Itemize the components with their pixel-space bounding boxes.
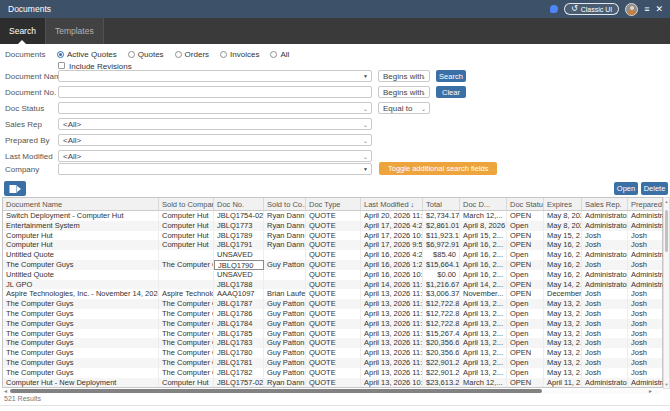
- table-cell[interactable]: QUOTE: [306, 338, 361, 348]
- table-cell[interactable]: Guy Patton: [264, 368, 306, 378]
- table-cell[interactable]: Josh: [628, 240, 664, 250]
- column-header[interactable]: Document Name: [3, 198, 159, 210]
- tab-templates[interactable]: Templates: [46, 18, 104, 44]
- table-cell[interactable]: QUOTE: [306, 270, 361, 280]
- table-cell[interactable]: UNSAVED: [214, 270, 264, 280]
- table-row[interactable]: Untitled QuoteUNSAVEDQUOTEApril 16, 2026…: [3, 270, 662, 280]
- table-cell[interactable]: JBLQ1786: [214, 309, 264, 319]
- table-cell[interactable]: QUOTE: [306, 280, 361, 290]
- table-cell[interactable]: JBLQ1784: [214, 319, 264, 329]
- table-cell[interactable]: QUOTE: [306, 319, 361, 329]
- table-cell[interactable]: April 14, 2...: [460, 280, 507, 290]
- table-cell[interactable]: The Computer Guys: [159, 309, 214, 319]
- table-cell[interactable]: $12,722.89: [423, 319, 460, 329]
- column-header[interactable]: Doc Status: [507, 198, 544, 210]
- table-cell[interactable]: April 16, 2026 4:26 PM: [361, 250, 423, 260]
- table-cell[interactable]: May 13, 2...: [544, 329, 582, 339]
- table-cell[interactable]: The Computer Guys: [3, 338, 159, 348]
- column-header[interactable]: Prepared By: [628, 198, 664, 210]
- table-cell[interactable]: Guy Patton: [264, 260, 306, 270]
- table-cell[interactable]: May 13, 2...: [544, 348, 582, 358]
- table-cell[interactable]: April 13, 2026 11:17 AM: [361, 338, 423, 348]
- table-row[interactable]: The Computer GuysThe Computer GuysJBLQ17…: [3, 309, 662, 319]
- column-header[interactable]: Doc Type: [306, 198, 361, 210]
- column-header[interactable]: Expires: [544, 198, 582, 210]
- table-cell[interactable]: The Computer Guys: [3, 348, 159, 358]
- table-cell[interactable]: QUOTE: [306, 348, 361, 358]
- table-cell[interactable]: Computer Hut: [159, 240, 214, 250]
- user-avatar[interactable]: [625, 3, 638, 16]
- table-cell[interactable]: April 16, 2026 10:09 AM: [361, 270, 423, 280]
- delete-button[interactable]: Delete: [641, 182, 668, 195]
- table-cell[interactable]: Administrator: [628, 250, 664, 260]
- table-cell[interactable]: Administrator: [628, 211, 664, 221]
- table-cell[interactable]: April 20, 2026 11:07 AM: [361, 211, 423, 221]
- table-cell[interactable]: May 8, 2026: [544, 211, 582, 221]
- table-cell[interactable]: $2,734.17: [423, 211, 460, 221]
- sales-rep-select[interactable]: <All> ⌄: [58, 118, 372, 130]
- table-cell[interactable]: Guy Patton: [264, 319, 306, 329]
- table-cell[interactable]: JBLQ1754-02: [214, 211, 264, 221]
- table-cell[interactable]: April 13, 2...: [460, 358, 507, 368]
- table-cell[interactable]: JBLQ1785: [214, 329, 264, 339]
- table-cell[interactable]: Computer Hut: [159, 211, 214, 221]
- table-cell[interactable]: Josh: [628, 299, 664, 309]
- table-cell[interactable]: Josh: [628, 231, 664, 241]
- classic-ui-button[interactable]: ↺ Classic UI: [564, 3, 619, 15]
- table-cell[interactable]: $11,923.15: [423, 231, 460, 241]
- table-cell[interactable]: $0.00: [423, 270, 460, 280]
- table-cell[interactable]: JBLQ1789: [214, 231, 264, 241]
- table-cell[interactable]: May 13, 2...: [544, 319, 582, 329]
- table-cell[interactable]: Administrator: [582, 250, 628, 260]
- table-row[interactable]: The Computer GuysThe Computer GuysJBLQ17…: [3, 338, 662, 348]
- table-cell[interactable]: OPEN: [507, 289, 544, 299]
- table-cell[interactable]: April 13, 2...: [460, 309, 507, 319]
- tab-search[interactable]: Search: [0, 18, 46, 44]
- table-row[interactable]: The Computer GuysThe Computer GuysJBLQ17…: [3, 368, 662, 378]
- table-cell[interactable]: Computer Hut: [159, 231, 214, 241]
- column-header[interactable]: Doc D...: [460, 198, 507, 210]
- table-cell[interactable]: May 16, 2...: [544, 270, 582, 280]
- table-cell[interactable]: $15,664.10: [423, 260, 460, 270]
- table-cell[interactable]: $12,722.89: [423, 299, 460, 309]
- table-cell[interactable]: April 17, 2026 9:52 AM: [361, 240, 423, 250]
- table-cell[interactable]: QUOTE: [306, 329, 361, 339]
- column-header[interactable]: Total: [423, 198, 460, 210]
- table-cell[interactable]: OPEN: [507, 260, 544, 270]
- table-cell[interactable]: QUOTE: [306, 211, 361, 221]
- table-cell[interactable]: The Computer Guys: [3, 260, 159, 270]
- table-cell[interactable]: Josh: [582, 299, 628, 309]
- table-cell[interactable]: Computer Hut: [3, 231, 159, 241]
- table-cell[interactable]: Administrator: [628, 280, 664, 290]
- table-cell[interactable]: Josh: [582, 309, 628, 319]
- table-cell[interactable]: [159, 270, 214, 280]
- table-cell[interactable]: Ryan Dann: [264, 231, 306, 241]
- radio-orders[interactable]: Orders: [175, 50, 209, 59]
- document-no-input[interactable]: [58, 86, 372, 98]
- table-cell[interactable]: May 15, 2...: [544, 231, 582, 241]
- table-cell[interactable]: The Computer Guys: [3, 368, 159, 378]
- table-cell[interactable]: Open: [507, 250, 544, 260]
- table-cell[interactable]: [159, 280, 214, 290]
- horizontal-scroll-thumb[interactable]: [10, 389, 542, 393]
- table-cell[interactable]: $20,356.63: [423, 348, 460, 358]
- table-cell[interactable]: April 16, 2...: [460, 260, 507, 270]
- scroll-up-icon[interactable]: ▲: [664, 199, 669, 204]
- table-row[interactable]: The Computer GuysThe Computer GuysJBLQ17…: [3, 358, 662, 368]
- table-cell[interactable]: Administrator: [582, 221, 628, 231]
- document-name-combobox[interactable]: ▼: [58, 70, 372, 82]
- table-row[interactable]: Aspire Technologies, Inc. - November 14,…: [3, 289, 662, 299]
- table-cell[interactable]: Josh: [582, 240, 628, 250]
- table-cell[interactable]: Administrator: [582, 270, 628, 280]
- table-cell[interactable]: JBLQ1780: [214, 348, 264, 358]
- column-header[interactable]: Sold to Company: [159, 198, 214, 210]
- table-cell[interactable]: Computer Hut: [3, 240, 159, 250]
- table-cell[interactable]: April 13, 2026 11:30 AM: [361, 319, 423, 329]
- table-cell[interactable]: April 13, 2026 11:08 AM: [361, 348, 423, 358]
- table-cell[interactable]: Administrator: [628, 221, 664, 231]
- table-cell[interactable]: The Computer Guys: [3, 329, 159, 339]
- column-header[interactable]: Doc No.: [214, 198, 264, 210]
- table-row[interactable]: Computer Hut - New DeploymentComputer Hu…: [3, 378, 662, 388]
- table-cell[interactable]: Open: [507, 319, 544, 329]
- table-cell[interactable]: April 13, 2026 10:31 AM: [361, 378, 423, 388]
